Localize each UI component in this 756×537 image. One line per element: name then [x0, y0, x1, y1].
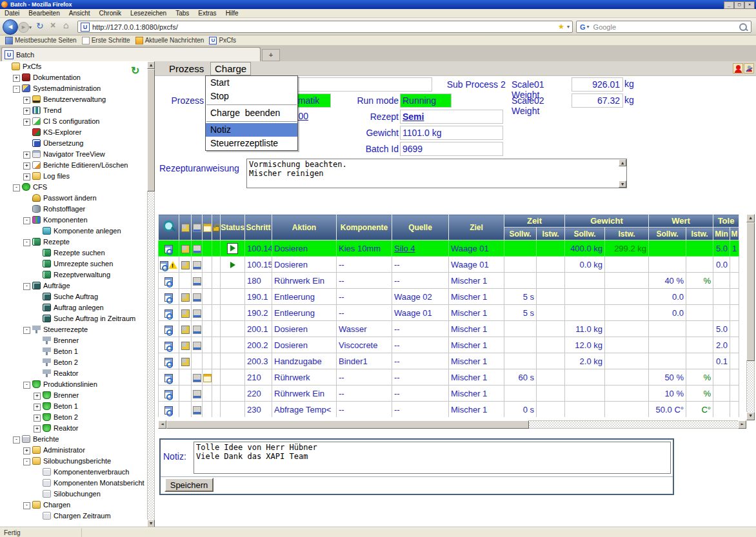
sidebar-item[interactable]: Silobuchungen [0, 489, 147, 500]
step-cal-cell[interactable] [203, 305, 212, 321]
step-cal-cell[interactable] [203, 273, 212, 289]
bookmark-item[interactable]: UPxCfs [209, 37, 236, 44]
step-row[interactable]: 200.1DosierenWasser--Mischer 111.0 kg5.0 [159, 321, 739, 337]
sidebar-item[interactable]: +Beton 2 [0, 412, 147, 423]
sidebar-item-label[interactable]: Benutzerverwaltung [43, 95, 106, 103]
collapse-icon[interactable]: - [13, 436, 20, 444]
sidebar-item-label[interactable]: Beton 1 [54, 402, 78, 410]
note-icon[interactable] [181, 245, 190, 253]
sidebar-item[interactable]: Rezeptverwaltung [0, 269, 147, 280]
sidebar-item-label[interactable]: PxCfs [23, 63, 41, 70]
step-note-cell[interactable] [179, 305, 192, 321]
sidebar-item-label[interactable]: Suche Auftrag in Zeitraum [54, 315, 135, 322]
step-note-cell[interactable] [179, 369, 192, 386]
sidebar-item[interactable]: +Reaktor [0, 423, 147, 434]
url-dropdown-icon[interactable]: ▾ [567, 24, 572, 30]
search-icon[interactable] [739, 23, 747, 31]
sidebar-item[interactable]: Komponente anlegen [0, 226, 147, 237]
sidebar-item[interactable]: Komponenten Monatsbericht [0, 478, 147, 489]
sidebar-item-label[interactable]: Beton 2 [54, 413, 78, 421]
search-placeholder[interactable]: Google [593, 23, 616, 31]
step-note-cell[interactable] [179, 353, 192, 369]
menu-item-charge-beenden[interactable]: Charge beenden [206, 106, 297, 120]
expand-icon[interactable]: + [23, 151, 30, 159]
step-note-cell[interactable] [179, 402, 192, 418]
step-note-cell[interactable] [179, 240, 192, 257]
step-row[interactable]: 210Rührwerk----Mischer 160 s50 %% [159, 369, 739, 386]
step-detail-cell[interactable] [159, 402, 179, 418]
expand-icon[interactable]: + [23, 162, 30, 170]
sidebar-item[interactable]: Reaktor [0, 368, 147, 379]
step-cal-cell[interactable] [203, 386, 212, 402]
table-scroll-up[interactable]: ▲ [746, 214, 755, 222]
sidebar-item[interactable]: -Steuerrezepte [0, 324, 147, 335]
sidebar-item-label[interactable]: Auftrag anlegen [54, 304, 104, 311]
home-button[interactable]: ⌂ [63, 20, 68, 30]
step-detail-icon[interactable] [164, 374, 173, 382]
step-chart-cell[interactable] [192, 337, 203, 353]
sidebar-item-label[interactable]: Übersetzung [43, 139, 83, 147]
sidebar-item[interactable]: -CFS [0, 182, 147, 193]
step-detail-icon[interactable] [164, 293, 173, 302]
tree-scroll-thumb[interactable] [147, 69, 155, 191]
sidebar-item[interactable]: Suche Auftrag in Zeitraum [0, 313, 147, 324]
new-tab-button[interactable]: + [262, 49, 280, 61]
sidebar-item[interactable]: Komponentenverbrauch [0, 467, 147, 478]
step-detail-cell[interactable] [159, 353, 179, 369]
step-chart-cell[interactable] [192, 257, 203, 273]
sidebar-item-label[interactable]: Administrator [43, 446, 85, 454]
bookmark-label[interactable]: PxCfs [219, 37, 236, 44]
note-icon[interactable] [181, 358, 190, 366]
browser-menu-bearbeiten[interactable]: Bearbeiten [24, 10, 64, 17]
sidebar-item-label[interactable]: Beton 1 [54, 347, 78, 355]
step-row[interactable]: 200.2DosierenViscocrete--Mischer 112.0 k… [159, 337, 739, 353]
step-detail-cell[interactable] [159, 273, 179, 289]
sidebar-item[interactable]: +Beton 1 [0, 401, 147, 412]
sidebar-item-label[interactable]: Komponenten Monatsbericht [54, 479, 144, 487]
maximize-button[interactable]: □ [734, 1, 744, 9]
step-note-cell[interactable] [179, 273, 192, 289]
menu-item-stop[interactable]: Stop [206, 90, 297, 103]
bookmark-item[interactable]: Aktuelle Nachrichten [135, 37, 204, 44]
chart-icon[interactable] [193, 245, 201, 253]
step-row[interactable]: 100.15Dosieren----Waage 010.0 kg0.0 [159, 257, 739, 273]
note-icon[interactable] [181, 293, 190, 302]
browser-menu-datei[interactable]: Datei [0, 10, 24, 17]
expand-icon[interactable]: + [23, 447, 30, 454]
sidebar-item-label[interactable]: CFS [33, 183, 47, 191]
back-button[interactable]: ◄ [3, 19, 18, 35]
chart-icon[interactable] [193, 309, 201, 318]
step-chart-cell[interactable] [192, 273, 203, 289]
step-row[interactable]: 180Rührwerk Ein----Mischer 140 %% [159, 273, 739, 289]
step-detail-icon[interactable] [164, 406, 173, 415]
user-edit-button[interactable] [744, 63, 754, 73]
sidebar-item-label[interactable]: Silobuchungen [54, 490, 101, 498]
reload-button[interactable]: ↻ [36, 21, 44, 31]
stop-button[interactable]: × [50, 20, 55, 30]
url-bar[interactable]: U http://127.0.0.1:8080/pxcfs/ ★ ▾ [77, 21, 573, 33]
collapse-icon[interactable]: - [13, 86, 20, 93]
sidebar-item-label[interactable]: Systemadministration [33, 84, 101, 92]
step-chart-cell[interactable] [192, 240, 203, 257]
note-icon[interactable] [181, 342, 190, 350]
bookmark-label[interactable]: Aktuelle Nachrichten [145, 37, 204, 44]
sidebar-item[interactable]: Passwort ändern [0, 193, 147, 204]
expand-icon[interactable]: + [23, 108, 30, 115]
sidebar-item[interactable]: -Chargen [0, 500, 147, 511]
step-note-cell[interactable] [179, 386, 192, 402]
chart-icon[interactable] [193, 326, 201, 334]
step-detail-icon[interactable] [164, 326, 173, 334]
table-hscroll-thumb[interactable] [166, 420, 529, 429]
bookmark-item[interactable]: Meistbesuchte Seiten [5, 37, 77, 44]
sidebar-item[interactable]: +Trend [0, 105, 147, 116]
step-detail-cell[interactable] [159, 321, 179, 337]
collapse-icon[interactable]: - [23, 239, 30, 246]
step-note-cell[interactable] [179, 321, 192, 337]
sidebar-item[interactable]: KS-Explorer [0, 127, 147, 138]
sidebar-item-label[interactable]: Komponenten [43, 216, 88, 224]
minimize-button[interactable]: _ [724, 1, 734, 9]
table-vscroll-thumb[interactable] [746, 222, 755, 361]
step-note-cell[interactable] [179, 337, 192, 353]
sidebar-item[interactable]: Brenner [0, 335, 147, 346]
search-bar[interactable]: G ▾ Google [576, 21, 751, 33]
